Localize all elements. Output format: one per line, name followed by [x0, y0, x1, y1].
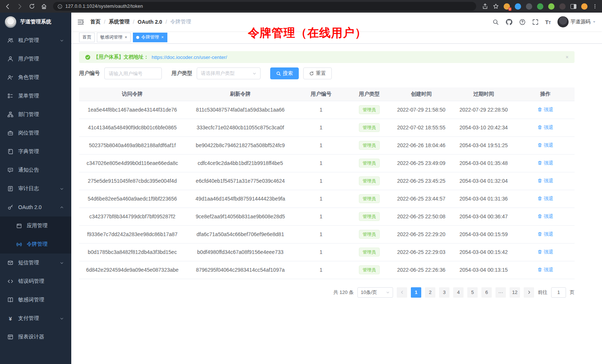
- page-ellipsis-button[interactable]: ···: [495, 287, 506, 298]
- sidebar-item-menu[interactable]: 菜单管理: [0, 87, 71, 105]
- expire-time-cell: 2022-07-29 22:28:50: [451, 101, 516, 119]
- user-type-cell: 管理员: [347, 101, 392, 119]
- force-logout-button[interactable]: 强退: [537, 267, 553, 273]
- force-logout-button[interactable]: 强退: [537, 249, 553, 255]
- force-logout-button[interactable]: 强退: [537, 178, 553, 184]
- url-text: 127.0.0.1:1024/system/oauth2/token: [65, 4, 143, 9]
- close-icon[interactable]: ×: [161, 35, 164, 40]
- user-id-cell: 1: [295, 225, 347, 243]
- doc-link[interactable]: https://doc.iocoder.cn/user-center/: [152, 54, 227, 60]
- site-info-icon[interactable]: [58, 4, 62, 9]
- access-token-cell: c342377bf8b344799dcbf7bf095287f2: [79, 208, 186, 225]
- user-id-cell: 1: [295, 101, 347, 119]
- github-icon[interactable]: [506, 19, 513, 26]
- profile-avatar-icon[interactable]: [581, 3, 588, 10]
- sidebar-item-audit-log[interactable]: 审计日志: [0, 179, 71, 198]
- sidebar-item-post[interactable]: 岗位管理: [0, 124, 71, 142]
- app-logo[interactable]: 芋道管理系统: [0, 13, 71, 31]
- browser-home-icon[interactable]: [41, 3, 47, 10]
- access-token-cell: 41c41346a548490f9dc8b01c6bfe0865: [79, 119, 186, 136]
- fullscreen-icon[interactable]: [532, 19, 539, 25]
- sidebar-item-user[interactable]: 用户管理: [0, 50, 71, 68]
- sidebar-item-label: 报表设计器: [18, 334, 64, 340]
- force-logout-button[interactable]: 强退: [537, 213, 553, 220]
- sidebar-item-notice[interactable]: 通知公告: [0, 161, 71, 179]
- action-cell: 强退: [516, 101, 575, 119]
- user-type-cell: 管理员: [347, 119, 392, 136]
- refresh-token-cell: b0df4980ffd34c67a08f9156e4eee733: [186, 243, 295, 261]
- sidebar-item-sms[interactable]: 短信管理: [0, 254, 71, 272]
- sidebar-item-tenant[interactable]: 租户管理: [0, 31, 71, 50]
- page-button-3[interactable]: 3: [439, 287, 449, 298]
- close-icon[interactable]: ×: [124, 35, 127, 40]
- force-logout-button[interactable]: 强退: [537, 231, 553, 238]
- extension-badge-icon[interactable]: 0: [504, 3, 510, 10]
- sidebar-item-oauth[interactable]: OAuth 2.0: [0, 198, 71, 216]
- expire-time-cell: 2054-03-04 00:15:42: [451, 243, 516, 261]
- force-logout-button[interactable]: 强退: [537, 124, 553, 131]
- filter-form: 用户编号 用户类型 请选择用户类型 搜索 重置: [79, 67, 575, 79]
- breadcrumb-oauth[interactable]: OAuth 2.0: [138, 19, 162, 25]
- sidebar-item-dept[interactable]: 部门管理: [0, 105, 71, 124]
- extension-puzzle-icon[interactable]: [548, 3, 554, 10]
- alert-close-icon[interactable]: ×: [566, 54, 569, 60]
- breadcrumb-home[interactable]: 首页: [90, 19, 101, 25]
- page-size-select[interactable]: 10条/页: [357, 287, 393, 298]
- browser-menu-icon[interactable]: [592, 4, 598, 9]
- breadcrumb-system[interactable]: 系统管理: [109, 19, 130, 25]
- tag-sensitive-word[interactable]: 敏感词管理 ×: [97, 33, 131, 42]
- page-button-6[interactable]: 6: [481, 287, 492, 298]
- sidebar-item-sensitive-word[interactable]: 敏感词管理: [0, 291, 71, 309]
- next-page-button[interactable]: [524, 287, 534, 298]
- extension-dark-icon[interactable]: [526, 3, 532, 10]
- col-actions: 操作: [516, 87, 575, 101]
- user-dropdown[interactable]: 芋道源码: [557, 16, 596, 27]
- font-size-icon[interactable]: TT: [545, 19, 551, 25]
- report-designer-icon: [7, 334, 13, 340]
- tag-token-management[interactable]: 令牌管理 ×: [133, 33, 167, 42]
- page-button-5[interactable]: 5: [467, 287, 478, 298]
- force-logout-button[interactable]: 强退: [537, 160, 553, 166]
- sidebar-item-token-management[interactable]: 令牌管理: [0, 235, 71, 254]
- tag-home[interactable]: 首页: [79, 33, 95, 42]
- search-button[interactable]: 搜索: [270, 67, 299, 79]
- sidebar-item-role[interactable]: 角色管理: [0, 68, 71, 87]
- extension-green-icon[interactable]: [537, 3, 543, 10]
- extension-gray-icon[interactable]: [559, 3, 566, 10]
- help-icon[interactable]: [519, 19, 526, 25]
- split-view-icon[interactable]: [570, 4, 576, 9]
- goto-page-input[interactable]: [551, 287, 566, 298]
- browser-forward-icon[interactable]: [17, 3, 23, 10]
- sidebar-item-error-code[interactable]: 错误码管理: [0, 272, 71, 291]
- trash-icon: [537, 249, 542, 254]
- page-button-2[interactable]: 2: [425, 287, 435, 298]
- user-id-input[interactable]: [104, 67, 162, 79]
- force-logout-button[interactable]: 强退: [537, 195, 553, 202]
- share-icon[interactable]: [482, 3, 488, 9]
- hamburger-icon[interactable]: [77, 19, 84, 26]
- page-button-4[interactable]: 4: [453, 287, 464, 298]
- extension-blue-icon[interactable]: [515, 3, 521, 10]
- expire-time-cell: 2054-03-04 00:13:15: [451, 261, 516, 279]
- page-button-12[interactable]: 12: [510, 287, 520, 298]
- sidebar-item-dict[interactable]: 字典管理: [0, 142, 71, 161]
- browser-back-icon[interactable]: [4, 3, 11, 10]
- reset-button[interactable]: 重置: [303, 67, 332, 79]
- address-bar[interactable]: 127.0.0.1:1024/system/oauth2/token: [53, 2, 476, 11]
- sidebar-item-payment[interactable]: ¥ 支付管理: [0, 309, 71, 328]
- sidebar-item-report-designer[interactable]: 报表设计器: [0, 328, 71, 346]
- sidebar-item-app-management[interactable]: 应用管理: [0, 216, 71, 235]
- page-button-1[interactable]: 1: [411, 287, 421, 298]
- table-row: 41c41346a548490f9dc8b01c6bfe0865 333ecfc…: [79, 119, 575, 136]
- force-logout-button[interactable]: 强退: [537, 106, 553, 113]
- prev-page-button[interactable]: [397, 287, 407, 298]
- browser-refresh-icon[interactable]: [29, 3, 35, 9]
- sidebar-item-label: 审计日志: [18, 185, 55, 192]
- force-logout-button[interactable]: 强退: [537, 142, 553, 149]
- user-type-select[interactable]: 请选择用户类型: [197, 67, 261, 79]
- search-icon[interactable]: [493, 19, 499, 25]
- action-cell: 强退: [516, 190, 575, 208]
- bookmark-star-icon[interactable]: [493, 3, 499, 9]
- access-token-cell: c347026e805e4d99b0d116eae66eda8c: [79, 154, 186, 172]
- user-type-badge: 管理员: [359, 141, 380, 150]
